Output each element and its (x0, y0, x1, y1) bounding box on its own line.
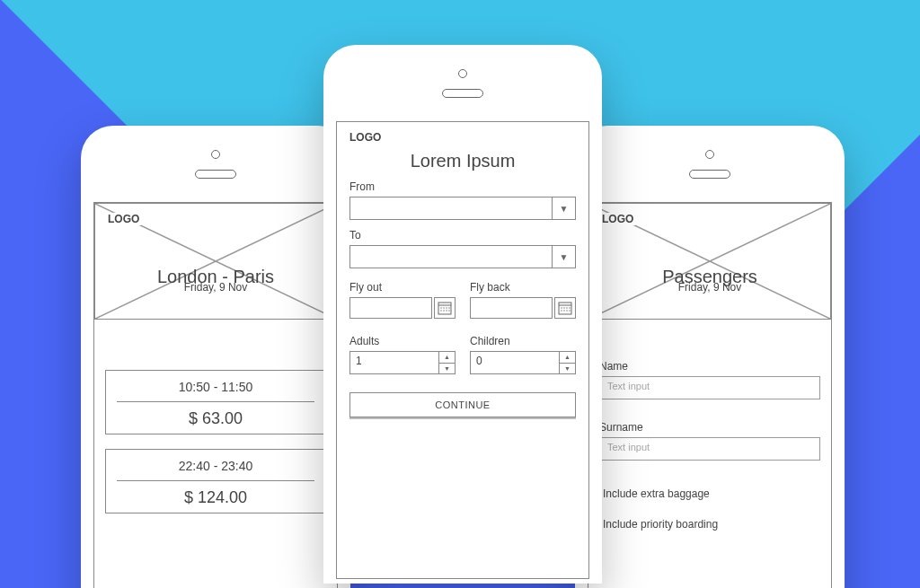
flyback-date-input[interactable] (470, 297, 553, 319)
route-date: Friday, 9 Nov (95, 281, 336, 294)
option-priority-boarding[interactable]: Include priority boarding (599, 509, 820, 540)
svg-point-6 (440, 307, 441, 308)
to-dropdown[interactable]: ▼ (349, 245, 576, 268)
svg-point-7 (443, 307, 444, 308)
from-label: From (349, 180, 576, 193)
chevron-down-icon: ▼ (552, 246, 575, 268)
phone-camera-icon (211, 150, 220, 159)
phone-speaker-icon (442, 89, 483, 98)
flight-card[interactable]: 22:40 - 23:40 $ 124.00 (105, 449, 326, 513)
calendar-icon[interactable] (554, 297, 576, 319)
flyout-date-input[interactable] (349, 297, 432, 319)
flight-time: 10:50 - 11:50 (113, 380, 318, 394)
header-image-placeholder: LOGO Passengers Friday, 9 Nov (588, 203, 831, 320)
logo: LOGO (349, 131, 576, 144)
name-label: Name (599, 360, 820, 373)
chevron-up-icon[interactable]: ▲ (439, 352, 455, 364)
logo: LOGO (106, 213, 141, 225)
screen-search: LOGO Lorem Ipsum From ▼ To ▼ Fly out (336, 121, 589, 579)
screen-passengers: LOGO Passengers Friday, 9 Nov Name Text … (588, 202, 832, 588)
continue-button[interactable]: CONTINUE (349, 392, 576, 417)
svg-point-22 (566, 310, 567, 311)
divider (117, 480, 314, 481)
chevron-down-icon[interactable]: ▼ (439, 364, 455, 374)
page-title: Lorem Ipsum (349, 151, 576, 171)
adults-spinner[interactable]: 1 ▲▼ (349, 351, 456, 374)
children-label: Children (470, 335, 576, 347)
svg-point-19 (569, 307, 570, 308)
adults-value: 1 (350, 352, 438, 373)
phone-camera-icon (705, 150, 714, 159)
flight-price: $ 124.00 (113, 488, 318, 507)
divider (117, 401, 314, 402)
passengers-date: Friday, 9 Nov (589, 281, 830, 294)
phone-speaker-icon (195, 170, 236, 179)
svg-point-18 (566, 307, 567, 308)
header-image-placeholder: LOGO London - Paris Friday, 9 Nov (94, 203, 337, 320)
phone-camera-icon (458, 69, 467, 78)
screen-flights: LOGO London - Paris Friday, 9 Nov 10:50 … (93, 202, 338, 588)
svg-point-12 (446, 310, 447, 311)
flyout-label: Fly out (349, 281, 456, 294)
adults-label: Adults (349, 335, 456, 347)
flight-card[interactable]: 10:50 - 11:50 $ 63.00 (105, 370, 326, 434)
svg-point-21 (563, 310, 564, 311)
flight-price: $ 63.00 (113, 409, 318, 428)
chevron-down-icon[interactable]: ▼ (560, 364, 575, 374)
svg-point-9 (448, 307, 449, 308)
flight-time: 22:40 - 23:40 (113, 459, 318, 473)
svg-point-10 (440, 310, 441, 311)
option-extra-baggage[interactable]: Include extra baggage (599, 478, 820, 509)
logo: LOGO (600, 213, 635, 225)
svg-point-8 (446, 307, 447, 308)
name-input[interactable]: Text input (599, 376, 820, 399)
to-label: To (349, 229, 576, 241)
children-spinner[interactable]: 0 ▲▼ (470, 351, 576, 374)
chevron-down-icon: ▼ (552, 197, 575, 219)
svg-point-16 (561, 307, 562, 308)
phone-mockup-flights: LOGO London - Paris Friday, 9 Nov 10:50 … (81, 126, 350, 588)
svg-point-11 (443, 310, 444, 311)
surname-input[interactable]: Text input (599, 437, 820, 461)
flyback-label: Fly back (470, 281, 576, 294)
svg-point-13 (448, 310, 449, 311)
svg-point-20 (561, 310, 562, 311)
phone-mockup-search: LOGO Lorem Ipsum From ▼ To ▼ Fly out (323, 45, 602, 584)
chevron-up-icon[interactable]: ▲ (560, 352, 575, 364)
svg-point-17 (563, 307, 564, 308)
calendar-icon[interactable] (434, 297, 456, 319)
phone-speaker-icon (689, 170, 730, 179)
surname-label: Surname (599, 421, 820, 434)
children-value: 0 (471, 352, 559, 373)
from-dropdown[interactable]: ▼ (349, 197, 576, 220)
phone-mockup-passengers: LOGO Passengers Friday, 9 Nov Name Text … (575, 126, 845, 588)
svg-point-23 (569, 310, 570, 311)
